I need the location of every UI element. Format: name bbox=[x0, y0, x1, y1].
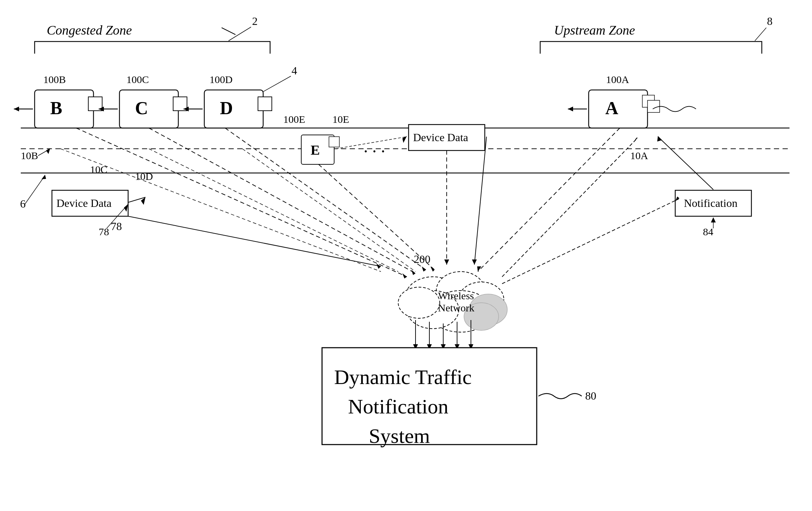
svg-text:Notification: Notification bbox=[348, 395, 448, 418]
svg-marker-8 bbox=[14, 107, 19, 111]
svg-text:10E: 10E bbox=[332, 113, 349, 125]
svg-text:10A: 10A bbox=[630, 150, 648, 161]
svg-text:8: 8 bbox=[767, 15, 773, 27]
svg-marker-62 bbox=[444, 259, 449, 265]
svg-text:Network: Network bbox=[438, 302, 474, 313]
svg-text:4: 4 bbox=[292, 64, 297, 77]
svg-line-114 bbox=[149, 149, 398, 272]
svg-line-118 bbox=[502, 138, 637, 277]
svg-text:Device Data: Device Data bbox=[56, 197, 111, 209]
svg-line-82 bbox=[229, 27, 251, 41]
svg-text:Congested Zone: Congested Zone bbox=[47, 23, 132, 37]
svg-marker-108 bbox=[657, 136, 662, 142]
svg-text:80: 80 bbox=[585, 390, 596, 402]
svg-marker-42 bbox=[711, 217, 716, 222]
svg-line-104 bbox=[755, 28, 766, 41]
svg-rect-4 bbox=[35, 90, 93, 128]
svg-text:System: System bbox=[369, 425, 430, 447]
svg-point-48 bbox=[398, 287, 440, 318]
svg-rect-21 bbox=[329, 137, 339, 147]
svg-marker-28 bbox=[568, 107, 573, 111]
svg-rect-9 bbox=[119, 90, 178, 128]
svg-line-99 bbox=[128, 216, 381, 266]
svg-text:B: B bbox=[50, 98, 62, 118]
svg-marker-64 bbox=[477, 266, 481, 272]
svg-rect-14 bbox=[204, 90, 263, 128]
diagram-container: B C D E . . . A bbox=[0, 0, 812, 511]
svg-text:Notification: Notification bbox=[684, 197, 738, 209]
svg-rect-16 bbox=[258, 97, 272, 111]
svg-text:100B: 100B bbox=[43, 74, 66, 85]
svg-line-115 bbox=[242, 149, 416, 272]
svg-marker-97 bbox=[42, 175, 46, 179]
svg-line-3 bbox=[222, 28, 235, 35]
svg-text:2: 2 bbox=[252, 15, 258, 27]
svg-text:. . .: . . . bbox=[364, 137, 385, 156]
svg-text:C: C bbox=[135, 98, 148, 118]
svg-text:10B: 10B bbox=[21, 150, 38, 161]
svg-line-96 bbox=[25, 175, 45, 204]
svg-text:100D: 100D bbox=[209, 74, 233, 85]
svg-marker-110 bbox=[472, 259, 477, 265]
svg-text:Upstream Zone: Upstream Zone bbox=[554, 23, 635, 37]
svg-text:Device Data: Device Data bbox=[413, 131, 468, 144]
svg-line-84 bbox=[263, 76, 291, 92]
svg-text:100C: 100C bbox=[126, 74, 149, 85]
svg-text:10D: 10D bbox=[135, 171, 153, 182]
svg-text:Wireless: Wireless bbox=[438, 290, 474, 301]
svg-text:78: 78 bbox=[111, 220, 122, 232]
svg-line-107 bbox=[658, 137, 713, 190]
svg-text:100A: 100A bbox=[606, 74, 629, 85]
svg-marker-100 bbox=[376, 264, 381, 269]
svg-line-109 bbox=[474, 137, 487, 265]
svg-text:6: 6 bbox=[20, 198, 26, 210]
svg-text:100E: 100E bbox=[283, 113, 305, 125]
svg-rect-26 bbox=[648, 100, 660, 112]
svg-text:84: 84 bbox=[703, 226, 713, 237]
svg-text:E: E bbox=[311, 142, 320, 158]
svg-text:10C: 10C bbox=[90, 164, 107, 175]
svg-text:D: D bbox=[220, 98, 233, 118]
svg-marker-54 bbox=[402, 273, 407, 279]
svg-text:A: A bbox=[605, 98, 618, 118]
svg-line-116 bbox=[502, 199, 679, 284]
svg-text:Dynamic Traffic: Dynamic Traffic bbox=[334, 366, 472, 389]
svg-marker-58 bbox=[422, 266, 426, 272]
svg-marker-56 bbox=[411, 270, 416, 275]
svg-line-63 bbox=[478, 128, 620, 272]
svg-text:200: 200 bbox=[414, 253, 430, 265]
